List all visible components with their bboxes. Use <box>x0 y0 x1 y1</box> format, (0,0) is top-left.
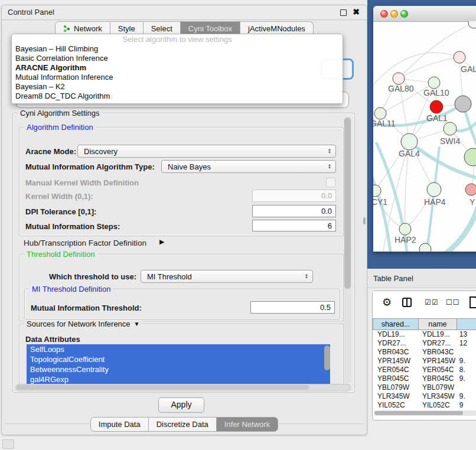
dropdown-item[interactable]: ARACNE Algorithm <box>12 63 343 73</box>
column-header-partial[interactable] <box>457 318 476 330</box>
columns-icon[interactable] <box>402 298 412 307</box>
mac-zoom-icon[interactable] <box>400 10 408 18</box>
group-title: Cyni Algorithm Settings <box>18 109 102 118</box>
table-row[interactable]: YIL052C YIL052C 9 <box>373 401 476 410</box>
close-icon[interactable]: ✖ <box>353 7 360 17</box>
mi-steps-field[interactable] <box>252 220 336 231</box>
document-icon[interactable] <box>469 296 476 308</box>
column-header-name[interactable]: name <box>419 318 457 330</box>
table-row[interactable]: YBL079W YBL079W <box>373 383 476 392</box>
network-canvas[interactable]: GALGAL80GAL10GAL1GAL11SWI4GAL4GCY1HAP4YH… <box>373 21 476 252</box>
column-header-shared[interactable]: shared... <box>373 318 419 330</box>
network-node-grn[interactable] <box>464 148 476 166</box>
unchecked-boxes-icon[interactable]: ☐☐ <box>446 298 460 306</box>
table-row[interactable]: YER054C YER054C 8. <box>373 366 476 374</box>
checked-boxes-icon[interactable]: ☑☑ <box>425 298 439 306</box>
table-row[interactable]: YLR345W YLR345W 9. <box>373 392 476 401</box>
attributes-vscrollbar-thumb[interactable] <box>324 345 330 370</box>
mi-type-combo[interactable]: Naive Bayes ▲▼ <box>161 160 336 173</box>
bottom-tabbar: Impute Data Discretize Data Infer Networ… <box>2 417 367 431</box>
table-row[interactable]: YBR045C YBR045C 9. <box>373 374 476 383</box>
mi-threshold-definition-group: MI Threshold Definition Mutual Informati… <box>24 289 340 319</box>
table-row[interactable]: YBR043C YBR043C <box>373 348 476 357</box>
mac-close-icon[interactable] <box>380 10 388 18</box>
expand-right-icon[interactable]: ▶ <box>159 238 164 246</box>
network-node-GAL10[interactable] <box>428 77 440 89</box>
threshold-definition-group: Threshold Definition Which threshold to … <box>19 254 344 321</box>
dropdown-item[interactable]: Mutual Information Inference <box>12 73 343 82</box>
which-threshold-label: Which threshold to use: <box>49 272 136 281</box>
table-row[interactable]: YDL19... YDL19... 13 <box>373 330 476 339</box>
network-window: GALGAL80GAL10GAL1GAL11SWI4GAL4GCY1HAP4YH… <box>373 6 476 252</box>
mi-threshold-field[interactable] <box>250 301 335 314</box>
combo-value: Discovery <box>84 147 118 156</box>
settings-hscrollbar[interactable] <box>15 384 351 392</box>
table-row[interactable]: YPR145W YPR145W 9. <box>373 357 476 366</box>
dropdown-prompt: Select algorithm to view settings <box>12 34 343 44</box>
dropdown-item[interactable]: Basic Correlation Inference <box>12 54 343 63</box>
table-panel-window: ⚙ ☑☑ ☐☐ shared... name YDL19... YDL19...… <box>372 291 476 420</box>
tab-infer-network[interactable]: Infer Network <box>217 417 278 432</box>
table-hscrollbar-thumb[interactable] <box>374 411 463 415</box>
spinner-arrows-icon: ▲▼ <box>305 273 312 279</box>
network-node-label: GAL4 <box>399 149 420 158</box>
screen: { "control_panel": { "title": "Control P… <box>0 0 476 450</box>
kernel-width-field[interactable] <box>252 190 336 202</box>
mi-type-label: Mutual Information Algorithm Type: <box>25 162 155 171</box>
table-hscrollbar[interactable] <box>374 410 476 416</box>
settings-hscrollbar-thumb[interactable] <box>17 385 309 390</box>
network-node-HAP2[interactable] <box>399 223 411 235</box>
tab-impute-data[interactable]: Impute Data <box>90 417 149 432</box>
network-node-label: GCY1 <box>373 197 387 207</box>
network-edge[interactable] <box>399 57 459 79</box>
aracne-mode-combo[interactable]: Discovery ▲▼ <box>77 145 336 158</box>
network-node-GAL11[interactable] <box>374 107 386 119</box>
combo-value: MI Threshold <box>147 272 192 281</box>
network-node-gray[interactable] <box>455 96 471 112</box>
dropdown-item[interactable]: Bayesian – Hill Climbing <box>12 44 343 54</box>
network-node-GAL1[interactable] <box>430 100 443 113</box>
attribute-list-item[interactable]: gal4RGexp <box>27 374 330 384</box>
sources-title-text[interactable]: Sources for Network Inference <box>27 319 131 328</box>
network-node-GAL[interactable] <box>454 51 465 63</box>
settings-vscrollbar-thumb[interactable] <box>344 118 351 289</box>
panel-divider-handle[interactable] <box>363 217 366 224</box>
tab-discretize-data[interactable]: Discretize Data <box>149 417 217 432</box>
attribute-list-item[interactable]: BetweennessCentrality <box>27 364 330 374</box>
group-title: Threshold Definition <box>24 250 97 259</box>
network-window-titlebar[interactable] <box>373 6 476 22</box>
dpi-tolerance-field[interactable] <box>252 205 336 217</box>
mac-minimize-icon[interactable] <box>390 10 398 18</box>
apply-button[interactable]: Apply <box>158 397 204 413</box>
attribute-list-item[interactable]: SelfLoops <box>27 344 330 354</box>
group-title: Algorithm Definition <box>24 123 96 132</box>
table-header-row: shared... name <box>373 318 476 330</box>
table-row[interactable]: YDR27... YDR27... 12 <box>373 339 476 348</box>
network-node-GAL4[interactable] <box>401 133 418 150</box>
collapse-down-icon[interactable]: ▼ <box>134 321 140 327</box>
tab-label: jActiveMNodules <box>248 24 305 33</box>
data-attributes-label: Data Attributes <box>25 335 80 344</box>
network-node-SWI4[interactable] <box>444 122 457 135</box>
float-window-icon[interactable] <box>340 9 347 16</box>
network-edge[interactable] <box>373 53 459 92</box>
dropdown-item[interactable]: Dream8 DC_TDC Algorithm <box>12 92 343 101</box>
network-node-bot[interactable] <box>419 243 431 252</box>
manual-kernel-checkbox[interactable] <box>326 178 335 187</box>
network-node-top[interactable] <box>468 21 476 28</box>
dropdown-item[interactable]: Bayesian – K2 <box>12 82 343 92</box>
network-node-label: GAL <box>461 64 476 74</box>
spinner-arrows-icon: ▲▼ <box>328 148 335 154</box>
network-node-HAP4[interactable] <box>427 182 441 197</box>
bottom-left-panel-icon[interactable] <box>2 439 14 449</box>
which-threshold-combo[interactable]: MI Threshold ▲▼ <box>141 270 313 283</box>
attribute-list-item[interactable]: TopologicalCoefficient <box>27 354 330 364</box>
network-node-GAL80[interactable] <box>393 73 405 84</box>
network-node-Y[interactable] <box>465 184 476 195</box>
algorithm-definition-group: Algorithm Definition Aracne Mode: Discov… <box>19 127 344 236</box>
gear-icon[interactable]: ⚙ <box>382 296 392 308</box>
sources-group: Sources for Network Inference ▼ Data Att… <box>19 324 344 390</box>
hub-section-label[interactable]: Hub/Transcription Factor Definition <box>24 239 146 247</box>
spinner-arrows-icon: ▲▼ <box>328 164 335 169</box>
settings-vscrollbar[interactable] <box>344 116 351 383</box>
